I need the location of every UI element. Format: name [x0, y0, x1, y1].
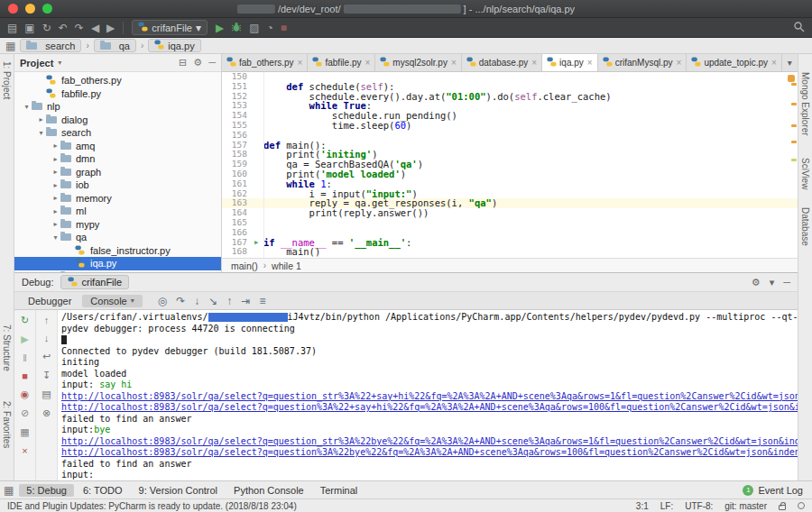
chevron-right-icon[interactable]: ▸ [51, 220, 60, 228]
undo-icon[interactable]: ↶ [59, 23, 68, 33]
event-log-button[interactable]: Event Log [758, 485, 803, 496]
notifications-icon[interactable] [798, 502, 805, 509]
toolwindow-switcher-icon[interactable]: ▦ [4, 485, 14, 496]
close-tab-icon[interactable]: × [677, 58, 682, 68]
toolwindow-stripe-mongo-explorer[interactable]: Mongo Explorer [800, 72, 810, 136]
hide-panel-icon[interactable]: ─ [208, 57, 216, 69]
tree-item-ml[interactable]: ▸ml [14, 205, 221, 218]
run-to-cursor-button[interactable]: ⇥ [241, 295, 250, 307]
chevron-right-icon[interactable]: ▸ [51, 181, 60, 189]
toolwindow-stripe-database[interactable]: Database [800, 207, 810, 246]
tree-item-dmn[interactable]: ▸dmn [14, 152, 221, 166]
git-branch-widget[interactable]: git: master [724, 501, 767, 511]
print-button[interactable]: ▤ [42, 389, 51, 400]
breadcrumb-item-qa[interactable]: qa [94, 39, 136, 52]
line-separator-widget[interactable]: LF: [660, 501, 673, 511]
save-icon[interactable]: ▣ [24, 23, 34, 33]
tree-item-mypy[interactable]: ▸mypy [14, 218, 221, 232]
step-over-button[interactable]: ↷ [176, 295, 185, 307]
close-button[interactable]: × [22, 445, 27, 456]
chevron-down-icon[interactable]: ▾ [51, 233, 60, 242]
console-output[interactable]: /Users/crifan/.virtualenvs/iJ4vtz/bin/py… [58, 310, 798, 480]
chevron-down-icon[interactable]: ▾ [36, 129, 46, 137]
chevron-down-icon[interactable]: ▾ [788, 58, 792, 68]
collapse-all-icon[interactable]: ⊟ [179, 57, 187, 69]
gear-icon[interactable]: ⚙ [752, 277, 761, 288]
mute-breakpoints-button[interactable]: ⊘ [21, 407, 29, 419]
up-stack-button[interactable]: ↑ [44, 315, 50, 325]
tree-item-graph[interactable]: ▸graph [14, 166, 221, 179]
editor-tab-crifanMysql.py[interactable]: crifanMysql.py× [598, 54, 687, 71]
toolwindow-stripe-favorites[interactable]: 2: Favorites [2, 401, 12, 448]
breadcrumb-item-search[interactable]: search [20, 39, 81, 52]
open-icon[interactable]: ▤ [7, 23, 17, 33]
rerun-button[interactable]: ↻ [21, 315, 29, 326]
console-url-link[interactable]: http://localhost:8983/solr/qa/select?q=q… [61, 402, 798, 412]
close-tab-icon[interactable]: × [364, 58, 370, 68]
tab-debugger[interactable]: Debugger [20, 295, 79, 307]
tree-item-iqa.py[interactable]: iqa.py [14, 257, 221, 270]
breadcrumb-item-iqa.py[interactable]: iqa.py [148, 39, 200, 52]
console-url-link[interactable]: http://localhost:8983/solr/qa/select?q=q… [61, 436, 798, 446]
console-url-link[interactable]: http://localhost:8983/solr/qa/select?q=q… [61, 447, 798, 457]
chevron-right-icon[interactable]: ▸ [51, 142, 60, 150]
editor-tab-iqa.py[interactable]: iqa.py× [542, 54, 598, 71]
window-icon[interactable]: ▦ [5, 41, 15, 51]
run-gutter-icon[interactable]: ▶ [251, 238, 262, 248]
gear-icon[interactable]: ⚙ [193, 57, 202, 69]
forward-icon[interactable]: ▶ [106, 23, 115, 33]
chevron-down-icon[interactable]: ▾ [770, 277, 775, 288]
debug-session-tab[interactable]: crifanFile [60, 275, 129, 289]
minimize-window-button[interactable] [25, 4, 35, 14]
close-tab-icon[interactable]: × [451, 58, 457, 68]
soft-wrap-button[interactable]: ↩ [42, 351, 51, 362]
chevron-down-icon[interactable]: ▾ [22, 103, 32, 111]
run-button[interactable]: ▶ [216, 23, 224, 33]
step-into-button[interactable]: ↓ [194, 295, 199, 307]
debug-button[interactable] [231, 22, 242, 34]
editor-breadcrumb-item[interactable]: main() [231, 261, 258, 271]
toolwindow-button-6-todo[interactable]: 6: TODO [76, 484, 130, 497]
tree-item-dialog[interactable]: ▸dialog [14, 114, 221, 127]
toolwindow-button-9-version-control[interactable]: 9: Version Control [132, 484, 225, 497]
encoding-widget[interactable]: UTF-8: [685, 501, 713, 511]
close-tab-icon[interactable]: × [587, 58, 593, 68]
toolwindow-button-5-debug[interactable]: 5: Debug [19, 484, 74, 497]
tree-item-amq[interactable]: ▸amq [14, 140, 221, 153]
close-tab-icon[interactable]: × [771, 58, 777, 68]
down-stack-button[interactable]: ↓ [44, 333, 50, 343]
chevron-right-icon[interactable]: ▸ [36, 115, 46, 123]
editor-tab-update_topic.py[interactable]: update_topic.py× [687, 54, 781, 71]
coverage-button[interactable]: ▨ [249, 23, 259, 33]
code-area[interactable]: 150151 def schedule(self):152 schedule.e… [222, 72, 798, 258]
readonly-lock-icon[interactable] [779, 505, 786, 510]
toolwindow-button-terminal[interactable]: Terminal [313, 484, 365, 497]
scroll-to-end-button[interactable]: ↧ [42, 370, 51, 381]
tree-item-iob[interactable]: ▸iob [14, 178, 221, 192]
tree-item-search[interactable]: ▾search [14, 126, 221, 140]
inspection-indicator[interactable] [788, 75, 795, 82]
close-tab-icon[interactable]: × [531, 58, 537, 68]
profiler-button[interactable]: ◔ [267, 23, 273, 33]
toolwindow-stripe-project[interactable]: 1: Project [2, 61, 12, 99]
editor-tab-mysql2solr.py[interactable]: mysql2solr.py× [375, 54, 461, 71]
close-tab-icon[interactable]: × [298, 58, 303, 68]
tree-item-qa[interactable]: ▾qa [14, 231, 221, 244]
run-configuration-selector[interactable]: crifanFile ▾ [132, 20, 208, 35]
console-url-link[interactable]: http://localhost:8983/solr/qa/select?q=q… [61, 391, 798, 401]
status-message[interactable]: IDE and Plugin Updates: PyCharm is ready… [7, 501, 297, 511]
clear-button[interactable]: ⊗ [42, 407, 51, 419]
chevron-right-icon[interactable]: ▸ [51, 155, 60, 163]
pause-button[interactable]: ‖ [23, 352, 27, 363]
project-panel-title[interactable]: Project [20, 58, 53, 69]
stop-button[interactable]: ■ [281, 23, 287, 33]
hide-panel-icon[interactable]: ─ [783, 277, 790, 288]
editor-tab-database.py[interactable]: database.py× [462, 54, 542, 71]
tree-item-nlp[interactable]: ▾nlp [14, 100, 221, 114]
toolwindow-button-python-console[interactable]: Python Console [226, 484, 311, 497]
show-execution-point-button[interactable]: ◎ [158, 295, 167, 307]
tree-item-fab_others.py[interactable]: fab_others.py [14, 74, 221, 87]
editor-breadcrumb-item[interactable]: while 1 [272, 261, 301, 271]
restore-layout-button[interactable]: ▦ [20, 426, 29, 438]
caret-position-widget[interactable]: 3:1 [636, 501, 649, 511]
